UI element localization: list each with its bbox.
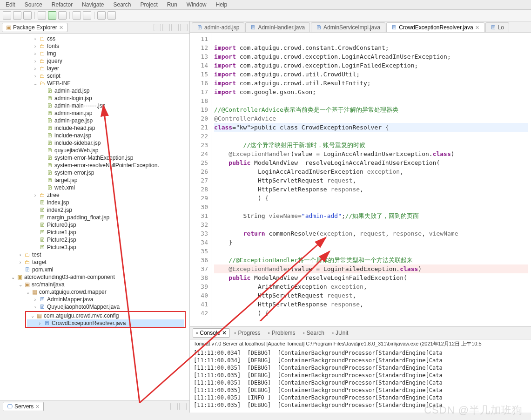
package-explorer-tab[interactable]: ▣ Package Explorer ✕ [2, 23, 67, 32]
link-editor-icon[interactable] [154, 24, 161, 31]
tb-build-icon[interactable] [73, 11, 81, 20]
tree-item[interactable]: › 🖹 CrowdExceptionResolver.java [27, 319, 184, 327]
tb-save-icon[interactable] [13, 11, 21, 20]
close-icon[interactable]: ✕ [35, 404, 40, 410]
twist-icon[interactable]: ⌄ [33, 81, 38, 86]
twist-icon[interactable]: › [33, 297, 38, 302]
tree-item[interactable]: 🖹 system-error-resolveNullPointerExcepti… [0, 162, 189, 169]
twist-icon[interactable]: ⌄ [25, 290, 30, 295]
menu-window[interactable]: Window [185, 1, 208, 8]
menu-bar[interactable]: EditSourceRefactorNavigateSearchProjectR… [0, 0, 531, 10]
tree-item[interactable]: ⌄ 🗁 WEB-INF [0, 80, 189, 87]
code-content[interactable]: import com.atguigu.crowd.constant.CrowdC… [211, 33, 531, 326]
twist-icon[interactable]: › [33, 51, 38, 56]
twist-icon[interactable]: › [37, 321, 42, 326]
menu-run[interactable]: Run [165, 1, 179, 8]
tree-item[interactable]: › 🗀 fonts [0, 42, 189, 50]
tree-item[interactable]: › 🗀 target [0, 258, 189, 266]
collapse-all-icon[interactable] [162, 24, 170, 31]
tree-item[interactable]: ⌄ ▣ src/main/java [0, 281, 189, 288]
tree-item[interactable]: › 🗀 img [0, 50, 189, 57]
console-tab-problems[interactable]: ▫ Problems [265, 328, 299, 338]
tree-item[interactable]: › 🗀 script [0, 72, 189, 80]
close-icon[interactable]: ✕ [59, 25, 63, 31]
main-toolbar[interactable] [0, 10, 531, 21]
tree-item[interactable]: 🖹 admin-login.jsp [0, 95, 189, 102]
tree-item[interactable]: 🖹 web.xml [0, 184, 189, 191]
twist-icon[interactable]: ⌄ [30, 313, 35, 318]
twist-icon[interactable]: › [18, 252, 23, 257]
tree-item[interactable]: 🖹 margin_padding_float.jsp [0, 214, 189, 221]
twist-icon[interactable]: › [33, 59, 38, 64]
tree-item[interactable]: 🖹 admin-page.jsp [0, 117, 189, 124]
twist-icon[interactable]: › [33, 305, 38, 310]
twist-icon[interactable]: ⌄ [18, 282, 23, 287]
tree-item[interactable]: 🖹 admin-main.jsp [0, 109, 189, 117]
tree-item[interactable]: › 🗀 jquery [0, 57, 189, 65]
tree-item[interactable]: 🖹 index.jsp [0, 199, 189, 206]
code-editor[interactable]: 1112131415161718192021222324252627282930… [190, 33, 531, 326]
tree-item[interactable]: ⌄ ▣ atcrowdfunding03-admin-component [0, 273, 189, 281]
twist-icon[interactable]: › [33, 193, 38, 198]
tree-item[interactable]: › 🗀 test [0, 251, 189, 258]
editor-tab[interactable]: 🖹 CrowdExceptionResolver.java ✕ [386, 22, 484, 32]
menu-project[interactable]: Project [138, 1, 159, 8]
tree-item[interactable]: 🖹 target.jsp [0, 176, 189, 184]
tree-item[interactable]: 🖹 index2.jsp [0, 206, 189, 214]
editor-tab[interactable]: 🖹 admin-add.jsp [192, 22, 244, 32]
tree-item[interactable]: ⌄ ▦ com.atguigu.crowd.mvc.config [27, 312, 184, 319]
servers-tab[interactable]: 🖵 Servers ✕ [3, 402, 44, 411]
tb-runext-icon[interactable] [58, 11, 67, 20]
console-tab-progress[interactable]: ▫ Progress [231, 328, 263, 338]
tree-item[interactable]: 🖹 Picture0.jsp [0, 221, 189, 229]
tb-debug-icon[interactable] [38, 11, 46, 20]
console-tab-console[interactable]: ▫ Console ✕ [193, 328, 230, 338]
tree-item[interactable]: 🖹 include-head.jsp [0, 124, 189, 132]
menu-edit[interactable]: Edit [4, 1, 17, 8]
tree-item[interactable]: 🖹 admin-main-------.jsp [0, 102, 189, 109]
menu-refactor[interactable]: Refactor [50, 1, 74, 8]
twist-icon[interactable]: › [33, 44, 38, 49]
tree-item[interactable]: 🖹 include-nav.jsp [0, 132, 189, 139]
tb-search-icon[interactable] [83, 11, 91, 20]
tree-item[interactable]: › 🗀 layer [0, 65, 189, 72]
tree-item[interactable]: › 🖹 Quyuejiaophoto0Mapper.java [0, 303, 189, 311]
tb-fwd-icon[interactable] [108, 11, 116, 20]
tree-item[interactable]: 🖹 pom.xml [0, 266, 189, 273]
editor-tab[interactable]: 🖹 AdminHandler.java [245, 22, 310, 32]
servers-min-icon[interactable] [179, 403, 187, 410]
tree-item[interactable]: 🖹 Picture3.jsp [0, 244, 189, 251]
console-tab-junit[interactable]: ▫ JUnit [329, 328, 352, 338]
tree-item[interactable]: 🖹 quyuejiaoWeb.jsp [0, 147, 189, 154]
minimize-icon[interactable] [180, 24, 188, 31]
editor-tab[interactable]: 🖹 Lo [485, 22, 509, 32]
menu-search[interactable]: Search [111, 1, 133, 8]
tb-saveall-icon[interactable] [23, 11, 32, 20]
twist-icon[interactable]: › [18, 260, 23, 265]
twist-icon[interactable]: ⌄ [10, 275, 15, 280]
menu-navigate[interactable]: Navigate [80, 1, 106, 8]
servers-menu-icon[interactable] [170, 403, 178, 410]
tree-item[interactable]: 🖹 Picture2.jsp [0, 236, 189, 244]
close-icon[interactable]: ✕ [222, 330, 227, 336]
tree-item[interactable]: 🖹 include-sidebar.jsp [0, 139, 189, 147]
tb-run-icon[interactable] [48, 11, 56, 20]
tb-back-icon[interactable] [97, 11, 106, 20]
tree-item[interactable]: › 🗀 ztree [0, 191, 189, 199]
twist-icon[interactable]: › [33, 74, 38, 79]
twist-icon[interactable]: › [33, 66, 38, 71]
console-tab-search[interactable]: ▫ Search [300, 328, 328, 338]
menu-source[interactable]: Source [23, 1, 44, 8]
close-icon[interactable]: ✕ [475, 25, 479, 31]
tree-item[interactable]: › 🗀 css [0, 35, 189, 42]
tree-item[interactable]: 🖹 Picture1.jsp [0, 229, 189, 236]
project-tree[interactable]: › 🗀 css › 🗀 fonts › 🗀 img › 🗀 jquery › 🗀… [0, 34, 189, 400]
tb-new-icon[interactable] [3, 11, 11, 20]
editor-tab[interactable]: 🖹 AdminServiceImpl.java [311, 22, 385, 32]
tree-item[interactable]: 🖹 system-error-MathException.jsp [0, 154, 189, 162]
twist-icon[interactable]: › [33, 36, 38, 41]
menu-help[interactable]: Help [214, 1, 229, 8]
console-tabs[interactable]: ▫ Console ✕ ▫ Progress ▫ Problems ▫ Sear… [190, 327, 531, 339]
tree-item[interactable]: › 🖹 AdminMapper.java [0, 296, 189, 303]
tree-item[interactable]: 🖹 system-error.jsp [0, 169, 189, 176]
